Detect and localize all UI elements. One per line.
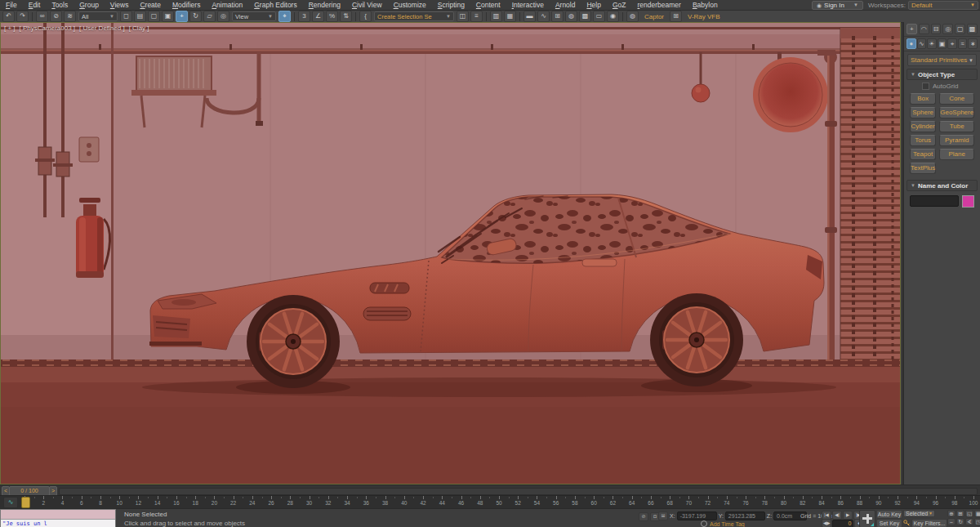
key-mode-dropdown[interactable]: Selected ▼ xyxy=(903,510,935,517)
move-transform-gizmo-icon[interactable] xyxy=(859,510,875,527)
display-tab[interactable]: ▢ xyxy=(955,24,965,34)
key-mode-toggle-icon[interactable]: ◀▶ xyxy=(822,519,831,527)
time-slider[interactable] xyxy=(21,497,30,508)
captor-button[interactable]: Captor xyxy=(644,13,664,20)
redo-icon[interactable]: ↷ xyxy=(16,11,29,22)
menu-babylon[interactable]: Babylon xyxy=(687,1,724,9)
schematic-view-icon[interactable]: ⊞ xyxy=(551,11,564,22)
motion-tab[interactable]: ◎ xyxy=(942,24,953,34)
primitive-button-tube[interactable]: Tube xyxy=(939,121,974,132)
pan-icon[interactable]: ⇔ xyxy=(947,518,956,525)
primitive-button-geosphere[interactable]: GeoSphere xyxy=(939,107,974,118)
create-tab[interactable]: + xyxy=(906,24,917,34)
teapot-plugin-icon[interactable]: ◍ xyxy=(626,11,639,22)
ceiling-beam[interactable] xyxy=(1,34,901,49)
orbit-icon[interactable]: ↻ xyxy=(956,518,964,525)
select-by-name-icon[interactable]: ▤ xyxy=(134,11,146,22)
menu-civil-view[interactable]: Civil View xyxy=(346,1,388,9)
spinner-snap-toggle-icon[interactable]: ⇅ xyxy=(340,11,352,22)
zoom-extents-icon[interactable]: ◱ xyxy=(965,510,973,517)
primitive-button-textplus[interactable]: TextPlus xyxy=(910,163,936,174)
key-filters-button[interactable]: Key Filters... xyxy=(911,519,947,527)
render-production-icon[interactable]: ◉ xyxy=(607,11,619,22)
add-time-tag[interactable]: Add Time Tag xyxy=(701,520,745,527)
zoom-extents-all-icon[interactable]: ▦ xyxy=(974,510,980,517)
mini-curve-editor-icon[interactable]: ∿ xyxy=(3,497,18,508)
maximize-viewport-icon[interactable]: ◳ xyxy=(974,518,980,525)
menu-animation[interactable]: Animation xyxy=(206,1,248,9)
primitive-button-cylinder[interactable]: Cylinder xyxy=(910,121,936,132)
selection-filter-dropdown[interactable]: All▼ xyxy=(78,11,118,21)
menu-file[interactable]: File xyxy=(0,1,23,9)
menu-views[interactable]: Views xyxy=(105,1,135,9)
primitive-button-sphere[interactable]: Sphere xyxy=(910,107,936,118)
autogrid-checkbox[interactable] xyxy=(922,83,929,90)
current-frame-field[interactable]: 0 xyxy=(832,520,853,527)
use-pivot-point-center-icon[interactable]: ⌖ xyxy=(278,11,291,22)
socket-box[interactable] xyxy=(79,137,99,162)
material-editor-icon[interactable]: ◍ xyxy=(565,11,577,22)
clay-scene[interactable] xyxy=(1,23,901,485)
x-coordinate-field[interactable]: -3197.199 xyxy=(677,511,717,520)
window-crossing-toggle-icon[interactable]: ▣ xyxy=(162,11,174,22)
select-and-place-icon[interactable]: ◎ xyxy=(217,11,229,22)
helpers-category[interactable]: ⌖ xyxy=(947,38,957,49)
menu-content[interactable]: Content xyxy=(470,1,506,9)
menu-interactive[interactable]: Interactive xyxy=(506,1,550,9)
vray-vfb-button[interactable]: V-Ray VFB xyxy=(688,13,720,20)
primitive-button-torus[interactable]: Torus xyxy=(910,135,936,146)
snaps-toggle-3d-icon[interactable]: 3 xyxy=(298,11,310,22)
viewport-shading-label[interactable]: [ Clay ] xyxy=(129,25,149,32)
listener-macro-row[interactable] xyxy=(1,510,115,520)
primitive-button-cone[interactable]: Cone xyxy=(939,93,974,105)
space-warps-category[interactable]: ≈ xyxy=(958,38,968,49)
undo-icon[interactable]: ↶ xyxy=(2,11,15,22)
bind-to-space-warp-icon[interactable]: ≋ xyxy=(64,11,76,22)
viewport[interactable]: [ + ] [ PhysCamera003 ] [ User Defined ]… xyxy=(0,22,901,485)
align-icon[interactable]: ≡ xyxy=(470,11,483,22)
geometry-category[interactable]: ● xyxy=(906,38,916,49)
unlink-selection-icon[interactable]: ⊘ xyxy=(50,11,62,22)
select-and-scale-icon[interactable]: ▱ xyxy=(203,11,216,22)
viewport-label[interactable]: [ + ] [ PhysCamera003 ] [ User Defined ]… xyxy=(4,25,149,32)
curve-editor-icon[interactable]: ∿ xyxy=(537,11,550,22)
angle-snap-toggle-icon[interactable]: ∠ xyxy=(312,11,324,22)
name-color-rollout[interactable]: ▼ Name and Color xyxy=(906,180,978,191)
rear-wheel[interactable] xyxy=(650,293,743,386)
select-and-rotate-icon[interactable]: ↻ xyxy=(189,11,202,22)
auto-key-button[interactable]: Auto Key xyxy=(876,510,902,519)
front-wheel[interactable] xyxy=(247,295,340,388)
fov-icon[interactable]: ∢ xyxy=(965,518,973,525)
y-coordinate-field[interactable]: 29123.285 xyxy=(725,511,765,520)
menu-help[interactable]: Help xyxy=(581,1,606,9)
systems-category[interactable]: ∗ xyxy=(968,38,978,49)
vfb-grid-icon[interactable]: ⊞ xyxy=(670,11,682,22)
primitive-button-plane[interactable]: Plane xyxy=(939,149,974,160)
viewport-pov-label[interactable]: [ User Defined ] xyxy=(79,25,125,32)
menu-scripting[interactable]: Scripting xyxy=(432,1,470,9)
listener-script-row[interactable]: "Je suis un l xyxy=(1,520,115,527)
roller-door[interactable] xyxy=(840,28,901,374)
menu-rendering[interactable]: Rendering xyxy=(303,1,346,9)
cameras-category[interactable]: ▣ xyxy=(938,38,947,49)
timeline-ruler[interactable]: ∿ 02468101214161820222426283032343638404… xyxy=(0,495,980,508)
zoom-all-icon[interactable]: ⊞ xyxy=(956,510,964,517)
select-and-link-icon[interactable]: ∞ xyxy=(36,11,48,22)
rectangular-selection-region-icon[interactable]: ▢ xyxy=(148,11,160,22)
toggle-ribbon-icon[interactable]: ▬ xyxy=(523,11,536,22)
menu-graph-editors[interactable]: Graph Editors xyxy=(248,1,302,9)
toggle-scene-explorer-icon[interactable]: ▥ xyxy=(490,11,502,22)
menu-goz[interactable]: GoZ xyxy=(607,1,632,9)
toggle-layer-explorer-icon[interactable]: ▦ xyxy=(504,11,516,22)
reference-coordinate-system-dropdown[interactable]: View▼ xyxy=(232,11,276,21)
menu-edit[interactable]: Edit xyxy=(23,1,47,9)
track-bar-groove[interactable] xyxy=(59,488,978,495)
menu-create[interactable]: Create xyxy=(134,1,167,9)
maxscript-mini-listener[interactable]: "Je suis un l xyxy=(0,509,116,527)
zoom-icon[interactable]: ⊕ xyxy=(947,510,956,517)
object-color-swatch[interactable] xyxy=(962,195,974,208)
isolate-selection-icon[interactable]: ⊘ xyxy=(639,512,648,521)
primitive-button-box[interactable]: Box xyxy=(910,93,936,105)
workspace-dropdown[interactable]: Default ▼ xyxy=(908,1,978,10)
primitive-button-pyramid[interactable]: Pyramid xyxy=(939,135,974,146)
